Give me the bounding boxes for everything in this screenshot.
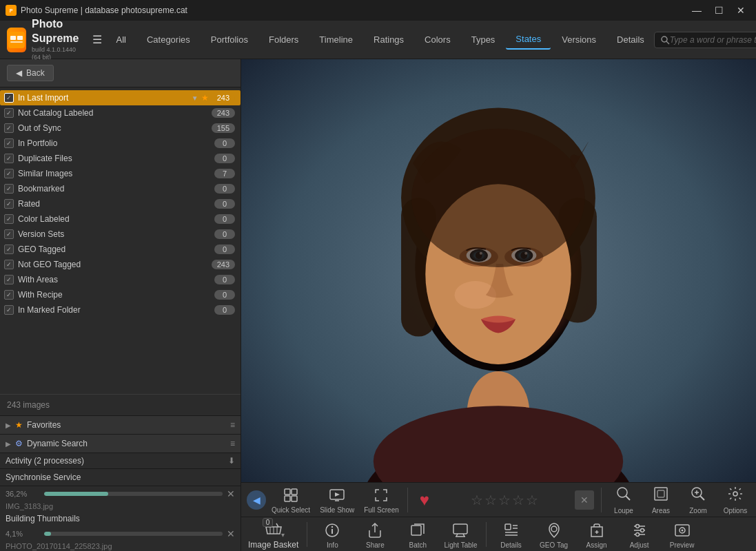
tab-types[interactable]: Types bbox=[462, 30, 505, 49]
tab-portfolios[interactable]: Portfolios bbox=[201, 30, 258, 49]
state-item-rated[interactable]: ✓ Rated 0 bbox=[0, 196, 241, 211]
reject-button[interactable]: ✕ bbox=[575, 490, 594, 510]
svg-line-7 bbox=[666, 41, 669, 44]
tab-timeline[interactable]: Timeline bbox=[309, 30, 362, 49]
state-item-version-sets[interactable]: ✓ Version Sets 0 bbox=[0, 227, 241, 242]
star-3-button[interactable]: ☆ bbox=[498, 492, 511, 508]
areas-button[interactable]: Areas bbox=[643, 483, 679, 517]
share-button[interactable]: Share bbox=[354, 518, 396, 552]
tab-all[interactable]: All bbox=[106, 30, 135, 49]
tab-details[interactable]: Details bbox=[607, 30, 654, 49]
full-screen-button[interactable]: Full Screen bbox=[360, 483, 403, 517]
image-count: 243 images bbox=[0, 394, 241, 415]
light-table-button[interactable]: Light Table bbox=[440, 518, 481, 552]
svg-rect-38 bbox=[655, 488, 667, 500]
info-button[interactable]: Info bbox=[311, 518, 353, 552]
batch-button[interactable]: Batch bbox=[397, 518, 438, 552]
adjust-button[interactable]: Adjust bbox=[619, 518, 660, 552]
tab-versions[interactable]: Versions bbox=[552, 30, 606, 49]
progress-label-1: 36,2% bbox=[6, 490, 40, 498]
star-4-button[interactable]: ☆ bbox=[512, 492, 524, 508]
state-checkbox: ✓ bbox=[4, 138, 14, 148]
options-button[interactable]: Options bbox=[717, 483, 753, 517]
search-input[interactable] bbox=[670, 35, 756, 45]
assign-label: Assign bbox=[586, 541, 607, 549]
maximize-button[interactable]: ☐ bbox=[709, 2, 728, 19]
adjust-label: Adjust bbox=[630, 541, 649, 549]
window-controls: — ☐ ✕ bbox=[687, 2, 750, 19]
details-label: Details bbox=[500, 541, 522, 549]
minimize-button[interactable]: — bbox=[687, 2, 706, 19]
state-label: Out of Sync bbox=[18, 123, 212, 133]
state-item-similar-images[interactable]: ✓ Similar Images 7 bbox=[0, 166, 241, 181]
back-button[interactable]: ◀ Back bbox=[7, 65, 54, 81]
tab-categories[interactable]: Categories bbox=[137, 30, 200, 49]
photo-area bbox=[241, 59, 756, 482]
state-item-out-of-sync[interactable]: ✓ Out of Sync 155 bbox=[0, 121, 241, 136]
tab-ratings[interactable]: Ratings bbox=[364, 30, 413, 49]
app-logo-icon bbox=[7, 28, 26, 52]
state-item-in-marked-folder[interactable]: ✓ In Marked Folder 0 bbox=[0, 302, 241, 318]
state-item-bookmarked[interactable]: ✓ Bookmarked 0 bbox=[0, 181, 241, 196]
tab-states[interactable]: States bbox=[506, 30, 551, 50]
nav-left-button[interactable]: ◀ bbox=[247, 490, 266, 510]
state-count: 0 bbox=[214, 214, 235, 224]
state-item-not-geo-tagged[interactable]: ✓ Not GEO Tagged 243 bbox=[0, 257, 241, 272]
svg-rect-5 bbox=[10, 41, 23, 43]
state-count: 0 bbox=[214, 290, 235, 300]
favorites-panel-header[interactable]: ▶ ★ Favorites ≡ bbox=[0, 416, 241, 435]
preview-button[interactable]: Preview bbox=[662, 518, 703, 552]
state-item-in-portfolio[interactable]: ✓ In Portfolio 0 bbox=[0, 136, 241, 151]
state-label: In Marked Folder bbox=[18, 305, 214, 315]
image-basket-label: Image Basket bbox=[248, 540, 298, 550]
star-5-button[interactable]: ☆ bbox=[526, 492, 538, 508]
batch-icon bbox=[408, 521, 427, 540]
progress-close-2[interactable]: ✕ bbox=[227, 528, 235, 539]
state-item-color-labeled[interactable]: ✓ Color Labeled 0 bbox=[0, 211, 241, 227]
star-1-button[interactable]: ☆ bbox=[471, 492, 483, 508]
state-item-duplicate-files[interactable]: ✓ Duplicate Files 0 bbox=[0, 151, 241, 166]
slide-show-button[interactable]: Slide Show bbox=[316, 483, 358, 517]
heart-button[interactable]: ♥ bbox=[412, 490, 437, 510]
zoom-button[interactable]: Zoom bbox=[680, 483, 716, 517]
star-2-button[interactable]: ☆ bbox=[484, 492, 497, 508]
divider-1 bbox=[407, 488, 408, 512]
back-area: ◀ Back bbox=[0, 59, 241, 87]
nav-tabs: All Categories Portfolios Folders Timeli… bbox=[106, 30, 653, 50]
search-box[interactable]: ✕ bbox=[654, 32, 756, 48]
image-basket-button[interactable]: 0 ▾ Image Basket bbox=[244, 517, 303, 551]
close-button[interactable]: ✕ bbox=[731, 2, 750, 19]
photo-placeholder bbox=[241, 59, 756, 482]
details-button[interactable]: Details bbox=[491, 518, 532, 552]
svg-line-37 bbox=[626, 496, 630, 500]
rating-area: ☆ ☆ ☆ ☆ ☆ bbox=[438, 492, 571, 508]
state-item-with-recipe[interactable]: ✓ With Recipe 0 bbox=[0, 287, 241, 302]
state-checkbox: ✓ bbox=[4, 123, 14, 133]
svg-rect-32 bbox=[292, 496, 297, 501]
favorites-menu-icon: ≡ bbox=[230, 420, 235, 430]
tab-folders[interactable]: Folders bbox=[259, 30, 308, 49]
tab-colors[interactable]: Colors bbox=[415, 30, 460, 49]
state-checkbox: ✓ bbox=[4, 199, 14, 209]
dynamic-search-panel-header[interactable]: ▶ ⚙ Dynamic Search ≡ bbox=[0, 435, 241, 453]
progress-bar-1 bbox=[44, 492, 108, 496]
loupe-button[interactable]: Loupe bbox=[606, 483, 642, 517]
assign-button[interactable]: Assign bbox=[576, 518, 617, 552]
state-label: Duplicate Files bbox=[18, 154, 214, 163]
state-item-not-catalog-labeled[interactable]: ✓ Not Catalog Labeled 243 bbox=[0, 105, 241, 121]
state-count: 0 bbox=[214, 154, 235, 163]
state-item-with-areas[interactable]: ✓ With Areas 0 bbox=[0, 272, 241, 287]
state-item-geo-tagged[interactable]: ✓ GEO Tagged 0 bbox=[0, 242, 241, 257]
quick-select-button[interactable]: Quick Select bbox=[267, 483, 314, 517]
logo-text: Photo Supreme build 4.1.0.1440 (64 bit) bbox=[32, 17, 84, 62]
full-screen-icon bbox=[371, 486, 391, 505]
geo-tag-button[interactable]: GEO Tag bbox=[533, 518, 575, 552]
state-item-in-last-import[interactable]: ✓ In Last Import ▼ ★ 243 bbox=[0, 90, 241, 105]
full-screen-label: Full Screen bbox=[364, 506, 399, 514]
progress-close-1[interactable]: ✕ bbox=[227, 488, 235, 499]
hamburger-menu-button[interactable]: ☰ bbox=[92, 30, 102, 50]
state-count: 243 bbox=[212, 108, 235, 118]
svg-rect-4 bbox=[17, 36, 23, 40]
divider-3 bbox=[307, 522, 307, 547]
geo-tag-label: GEO Tag bbox=[540, 541, 568, 549]
